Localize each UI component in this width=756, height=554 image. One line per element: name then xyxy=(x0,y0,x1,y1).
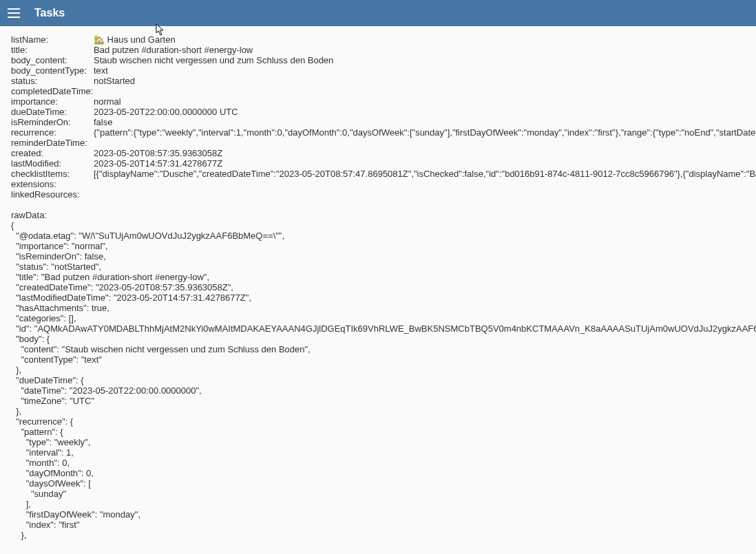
task-detail-content: listName:🏡 Haus und Gartentitle:Bad putz… xyxy=(0,26,756,548)
field-row: listName:🏡 Haus und Garten xyxy=(11,34,745,45)
field-row: completedDateTime: xyxy=(11,86,745,96)
field-value: notStarted xyxy=(94,76,135,86)
field-label: isReminderOn: xyxy=(11,117,94,127)
raw-data-body: { "@odata.etag": "W/\"SuTUjAm0wUOVdJuJ2y… xyxy=(11,220,745,540)
field-row: status:notStarted xyxy=(11,76,745,86)
field-label: listName: xyxy=(11,34,94,45)
field-row: reminderDateTime: xyxy=(11,138,745,148)
field-row: linkedResources: xyxy=(11,189,745,200)
field-label: status: xyxy=(11,76,94,86)
field-value: [{"displayName":"Dusche","createdDateTim… xyxy=(94,169,756,179)
field-value: Staub wischen nicht vergessen und zum Sc… xyxy=(94,55,333,65)
field-label: body_content: xyxy=(11,55,94,65)
menu-icon[interactable] xyxy=(6,5,22,21)
field-row: checklistItems:[{"displayName":"Dusche",… xyxy=(11,169,745,179)
field-row: lastModified:2023-05-20T14:57:31.4278677… xyxy=(11,158,745,169)
field-label: completedDateTime: xyxy=(11,86,94,96)
field-row: body_contentType:text xyxy=(11,65,745,76)
field-label: reminderDateTime: xyxy=(11,138,94,148)
field-row: title:Bad putzen #duration-short #energy… xyxy=(11,45,745,55)
field-value: Bad putzen #duration-short #energy-low xyxy=(94,45,253,55)
field-value: 2023-05-20T22:00:00.0000000 UTC xyxy=(94,107,238,117)
raw-data-section: rawData: { "@odata.etag": "W/\"SuTUjAm0w… xyxy=(11,210,745,540)
field-value: text xyxy=(94,65,108,76)
field-label: recurrence: xyxy=(11,127,94,138)
field-label: title: xyxy=(11,45,94,55)
field-value: normal xyxy=(94,96,121,107)
raw-data-label: rawData: xyxy=(11,210,745,220)
field-row: dueDateTime:2023-05-20T22:00:00.0000000 … xyxy=(11,107,745,117)
field-row: extensions: xyxy=(11,179,745,189)
field-row: body_content:Staub wischen nicht vergess… xyxy=(11,55,745,65)
field-label: checklistItems: xyxy=(11,169,94,179)
field-label: linkedResources: xyxy=(11,189,94,200)
field-label: extensions: xyxy=(11,179,94,189)
field-label: body_contentType: xyxy=(11,65,94,76)
field-row: isReminderOn:false xyxy=(11,117,745,127)
field-value: {"pattern":{"type":"weekly","interval":1… xyxy=(94,127,756,138)
field-label: dueDateTime: xyxy=(11,107,94,117)
field-row: importance:normal xyxy=(11,96,745,107)
field-label: importance: xyxy=(11,96,94,107)
field-value: 2023-05-20T14:57:31.4278677Z xyxy=(94,158,222,169)
page-title: Tasks xyxy=(34,7,65,19)
field-label: lastModified: xyxy=(11,158,94,169)
field-label: created: xyxy=(11,148,94,158)
field-value: 2023-05-20T08:57:35.9363058Z xyxy=(94,148,222,158)
field-row: created:2023-05-20T08:57:35.9363058Z xyxy=(11,148,745,158)
field-row: recurrence:{"pattern":{"type":"weekly","… xyxy=(11,127,745,138)
field-value: false xyxy=(94,117,112,127)
app-header: Tasks xyxy=(0,0,756,26)
field-value: 🏡 Haus und Garten xyxy=(94,34,176,45)
